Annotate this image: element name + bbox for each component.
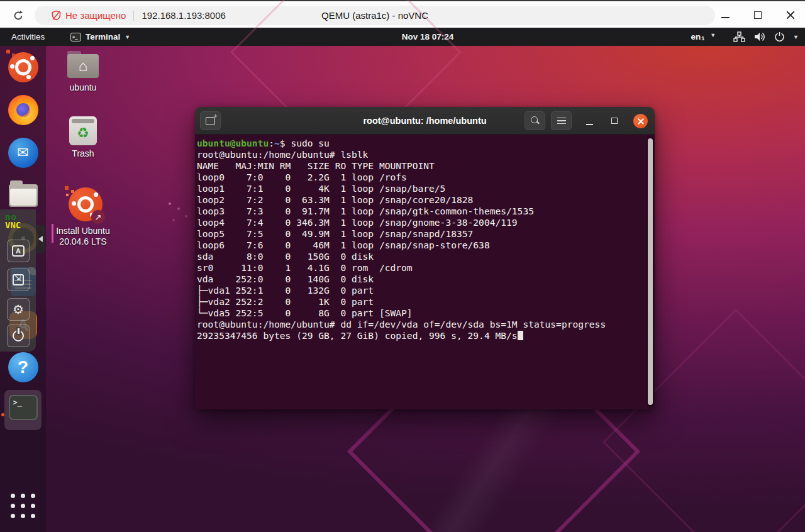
activities-button[interactable]: Activities: [8, 28, 48, 46]
chevron-down-icon: ▼: [793, 34, 799, 40]
app-grid-icon: [11, 494, 35, 518]
dock-item-thunderbird[interactable]: ✉: [0, 138, 46, 168]
novnc-handle[interactable]: [36, 225, 45, 253]
menu-button[interactable]: [551, 111, 572, 130]
reload-button[interactable]: [10, 8, 26, 24]
terminal-window: root@ubuntu: /home/ubuntu ubuntu@ubuntu:…: [195, 107, 655, 409]
novnc-logo-line2: VNC: [5, 221, 21, 230]
power-icon: [13, 330, 24, 341]
novnc-logo: no VNC: [5, 213, 21, 230]
keyboard-key-icon: A: [12, 245, 25, 257]
keyboard-layout-sub: 1: [701, 35, 704, 42]
browser-maximize-button[interactable]: [748, 6, 767, 25]
novnc-fullscreen-button[interactable]: [7, 269, 30, 291]
address-separator: [133, 11, 134, 21]
terminal-line: loop5 7:5 0 49.9M 1 loop /snap/snapd/183…: [197, 228, 606, 240]
maximize-icon: [611, 118, 618, 124]
launch-arrow-badge: ↗: [91, 210, 105, 224]
terminal-body[interactable]: ubuntu@ubuntu:~$ sudo suroot@ubuntu:/hom…: [195, 135, 655, 409]
browser-close-button[interactable]: [781, 6, 800, 25]
recycle-icon: ♻: [77, 125, 89, 141]
activities-label: Activities: [11, 32, 45, 42]
search-button[interactable]: [525, 111, 545, 130]
browser-minimize-button[interactable]: [716, 6, 735, 25]
ubuntu-installer-icon: [8, 52, 38, 82]
reload-icon: [12, 9, 25, 22]
desktop-icon-label: ubuntu: [70, 82, 97, 93]
terminal-line: sda 8:0 0 150G 0 disk: [197, 251, 606, 262]
desktop-icon-home-folder[interactable]: ⌂ ubuntu: [53, 52, 113, 93]
chevron-down-icon: ▼: [710, 32, 716, 38]
dock-item-firefox[interactable]: [0, 95, 46, 125]
help-icon: ?: [8, 352, 38, 382]
terminal-line: NAME MAJ:MIN RM SIZE RO TYPE MOUNTPOINT: [197, 160, 606, 172]
keyboard-layout-text: en: [691, 32, 701, 42]
desktop-icon-label-line1: Install Ubuntu: [56, 226, 110, 236]
search-icon: [530, 116, 540, 126]
terminal-line: loop2 7:2 0 63.3M 1 loop /snap/core20/18…: [197, 194, 606, 206]
terminal-mini-icon: >_: [70, 33, 81, 42]
new-tab-icon: [206, 117, 215, 125]
terminal-maximize-button[interactable]: [606, 118, 623, 129]
security-warning-text: Не защищено: [65, 10, 126, 21]
terminal-line: ├─vda1 252:1 0 132G 0 part: [197, 285, 606, 296]
insecure-shield-icon: [51, 10, 62, 21]
fullscreen-icon: [13, 274, 24, 285]
desktop-icon-label: Trash: [72, 148, 94, 159]
terminal-output: ubuntu@ubuntu:~$ sudo suroot@ubuntu:/hom…: [197, 138, 606, 341]
screen: Не защищено 192.168.1.193:8006 QEMU (ast…: [0, 0, 805, 532]
terminal-line: ├─vda2 252:2 0 1K 0 part: [197, 296, 606, 308]
terminal-icon: >_: [9, 395, 38, 420]
novnc-extra-keys-button[interactable]: A: [7, 240, 30, 262]
volume-icon: [753, 31, 766, 42]
dock-item-show-applications[interactable]: [0, 494, 46, 518]
terminal-cursor: [518, 331, 523, 340]
firefox-icon: [8, 95, 38, 125]
terminal-titlebar[interactable]: root@ubuntu: /home/ubuntu: [195, 107, 655, 135]
terminal-line: loop6 7:6 0 46M 1 loop /snap/snap-store/…: [197, 240, 606, 251]
terminal-line: vda 252:0 0 140G 0 disk: [197, 274, 606, 285]
terminal-line: loop1 7:1 0 4K 1 loop /snap/bare/5: [197, 183, 606, 194]
files-icon: [9, 184, 38, 208]
dock-item-help[interactable]: ?: [0, 352, 46, 382]
desktop-icon-trash[interactable]: ♻ Trash: [53, 116, 113, 159]
novnc-disconnect-button[interactable]: [7, 324, 30, 347]
minimize-icon: [721, 17, 730, 18]
gear-icon: ⚙: [13, 302, 24, 317]
browser-window-controls: [716, 1, 800, 29]
home-folder-icon: ⌂: [67, 54, 99, 79]
trash-icon: ♻: [69, 116, 97, 145]
close-icon: [786, 11, 795, 19]
desktop-icon-install-ubuntu[interactable]: ↗ Install Ubuntu 20.04.6 LTS: [53, 186, 113, 247]
new-tab-button[interactable]: [200, 111, 221, 130]
system-status-area[interactable]: en1 ▼ ▼: [691, 28, 799, 46]
keyboard-layout-indicator[interactable]: en1 ▼: [691, 32, 716, 42]
installer-icon: ↗: [64, 186, 103, 223]
terminal-line: ubuntu@ubuntu:~$ sudo su: [197, 138, 606, 149]
dock-item-files[interactable]: [0, 180, 46, 208]
terminal-close-button[interactable]: [633, 114, 648, 128]
close-icon: [638, 118, 644, 125]
collapse-arrow-icon: [38, 236, 43, 242]
scrollbar-thumb[interactable]: [648, 138, 653, 405]
url-text: 192.168.1.193:8006: [142, 10, 225, 21]
house-icon: ⌂: [79, 57, 88, 75]
dock-item-ubuntu-installer[interactable]: [0, 52, 46, 82]
dock-item-terminal[interactable]: >_: [0, 395, 46, 420]
power-icon: [774, 31, 785, 42]
running-indicator-dot: [1, 413, 4, 416]
novnc-settings-button[interactable]: ⚙: [7, 298, 30, 321]
app-menu-label: Terminal: [86, 32, 120, 42]
terminal-line: root@ubuntu:/home/ubuntu# lsblk: [197, 149, 606, 160]
terminal-minimize-button[interactable]: [581, 116, 597, 127]
hamburger-menu-icon: [557, 118, 566, 124]
security-badge[interactable]: Не защищено: [51, 10, 126, 21]
app-menu-terminal[interactable]: >_ Terminal ▼: [67, 28, 134, 46]
network-icon: [733, 31, 745, 42]
terminal-line: root@ubuntu:/home/ubuntu# dd if=/dev/vda…: [197, 319, 606, 330]
chevron-down-icon: ▼: [125, 34, 130, 40]
terminal-line: loop3 7:3 0 91.7M 1 loop /snap/gtk-commo…: [197, 206, 606, 217]
terminal-scrollbar[interactable]: [647, 136, 654, 407]
terminal-line: 29235347456 bytes (29 GB, 27 GiB) copied…: [197, 330, 606, 341]
minimize-icon: [586, 124, 593, 125]
